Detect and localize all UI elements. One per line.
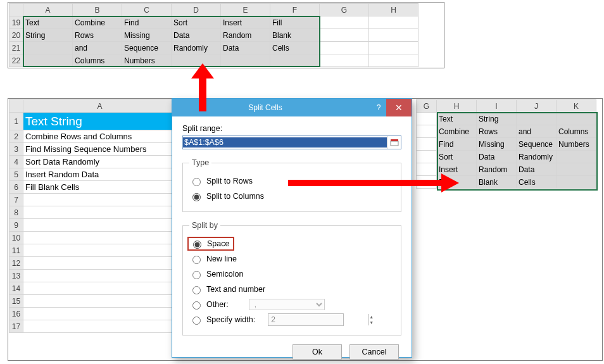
result-rows-grid[interactable]: ABCDEFGH19TextCombineFindSortInsertFill2…	[9, 3, 418, 67]
cell[interactable]	[23, 320, 177, 333]
cell[interactable]: Sort	[437, 151, 477, 163]
spin-down-icon[interactable]: ▼	[368, 320, 374, 325]
close-icon[interactable]: ✕	[386, 99, 412, 116]
cell[interactable]: Sequence	[517, 138, 557, 151]
cell[interactable]	[23, 308, 177, 320]
cell[interactable]: Sequence	[122, 42, 172, 54]
opt-semicolon[interactable]: Semicolon	[189, 268, 394, 280]
cell[interactable]	[557, 176, 596, 189]
row-header[interactable]: 21	[9, 42, 23, 54]
row-header[interactable]: 9	[9, 219, 23, 232]
radio-semicolon[interactable]	[192, 271, 201, 279]
cell[interactable]: Rows	[73, 29, 122, 42]
cell[interactable]: Blank	[477, 176, 517, 189]
cell[interactable]	[369, 42, 418, 54]
width-stepper[interactable]: ▲▼	[268, 313, 344, 326]
col-header[interactable]: A	[23, 100, 177, 113]
row-header[interactable]: 4	[9, 156, 23, 168]
dialog-titlebar[interactable]: Split Cells ? ✕	[172, 99, 412, 116]
row-header[interactable]: 13	[9, 270, 23, 282]
cell[interactable]: Data	[172, 29, 221, 42]
col-header[interactable]: E	[221, 4, 270, 16]
col-header[interactable]: J	[517, 100, 557, 113]
cell[interactable]	[369, 29, 418, 42]
row-header[interactable]: 6	[9, 181, 23, 194]
ok-button[interactable]: Ok	[293, 344, 342, 360]
cell[interactable]: Columns	[557, 125, 596, 138]
cell[interactable]	[320, 16, 369, 29]
help-icon[interactable]: ?	[371, 103, 386, 112]
source-grid[interactable]: A1Text String2Combine Rows and Columns3F…	[9, 99, 177, 333]
cell[interactable]: Fill	[437, 176, 477, 189]
cell[interactable]	[23, 219, 177, 232]
cell[interactable]	[369, 16, 418, 29]
col-header[interactable]: H	[437, 100, 477, 113]
opt-textnum[interactable]: Text and number	[189, 283, 394, 296]
cell[interactable]: Blank	[270, 29, 320, 42]
cell[interactable]: Random	[221, 29, 270, 42]
split-range-field[interactable]: $A$1:$A$6	[182, 135, 401, 149]
cell[interactable]: Cells	[270, 42, 320, 54]
row-header[interactable]: 8	[9, 206, 23, 219]
col-header[interactable]: I	[477, 100, 517, 113]
other-delim-input[interactable]: ,	[249, 299, 325, 310]
range-picker-icon[interactable]	[387, 136, 401, 149]
result-columns-grid[interactable]: GHIJKTextStringCombineRowsandColumnsFind…	[416, 99, 596, 189]
radio-split-cols[interactable]	[192, 193, 201, 201]
cell[interactable]	[417, 138, 437, 151]
cell[interactable]: Insert	[221, 16, 270, 29]
cell[interactable]: Insert	[437, 163, 477, 176]
cell[interactable]	[23, 257, 177, 270]
col-header[interactable]: G	[417, 100, 437, 113]
col-header[interactable]: K	[557, 100, 596, 113]
cell[interactable]: Missing	[477, 138, 517, 151]
cell[interactable]: Random	[477, 163, 517, 176]
cell[interactable]: Numbers	[122, 54, 172, 67]
opt-split-rows[interactable]: Split to Rows	[189, 175, 394, 187]
cell[interactable]: Rows	[477, 125, 517, 138]
cell[interactable]	[23, 244, 177, 257]
cell[interactable]	[23, 194, 177, 206]
cell[interactable]	[23, 42, 73, 54]
col-header[interactable]: A	[23, 4, 73, 16]
cell[interactable]: Combine Rows and Columns	[23, 130, 177, 143]
cell[interactable]: Find	[437, 138, 477, 151]
cell[interactable]: and	[517, 125, 557, 138]
cell[interactable]: Find	[122, 16, 172, 29]
row-header[interactable]: 3	[9, 143, 23, 156]
cell[interactable]: Data	[221, 42, 270, 54]
cell[interactable]	[320, 29, 369, 42]
cell[interactable]	[417, 125, 437, 138]
cell[interactable]: String	[23, 29, 73, 42]
row-header[interactable]: 1	[9, 113, 23, 130]
cell[interactable]	[23, 282, 177, 295]
row-header[interactable]: 14	[9, 282, 23, 295]
cell[interactable]	[23, 54, 73, 67]
row-header[interactable]: 19	[9, 16, 23, 29]
col-header[interactable]: F	[270, 4, 320, 16]
row-header[interactable]: 15	[9, 295, 23, 308]
cell[interactable]: Fill Blank Cells	[23, 181, 177, 194]
radio-textnum[interactable]	[192, 286, 201, 294]
cancel-button[interactable]: Cancel	[349, 344, 399, 360]
cell[interactable]: Data	[477, 151, 517, 163]
cell[interactable]	[417, 151, 437, 163]
cell[interactable]	[23, 295, 177, 308]
opt-other[interactable]: Other: ,	[189, 298, 394, 311]
cell[interactable]	[417, 163, 437, 176]
cell[interactable]	[417, 176, 437, 189]
radio-newline[interactable]	[192, 256, 201, 264]
cell[interactable]: Randomly	[517, 151, 557, 163]
cell[interactable]	[517, 113, 557, 125]
opt-split-cols[interactable]: Split to Columns	[189, 190, 394, 203]
cell[interactable]	[557, 163, 596, 176]
radio-split-rows[interactable]	[192, 178, 201, 186]
row-header[interactable]: 10	[9, 232, 23, 244]
opt-space[interactable]: Space	[189, 237, 394, 250]
source-header-cell[interactable]: Text String	[23, 113, 177, 130]
col-header[interactable]: B	[73, 4, 122, 16]
cell[interactable]	[320, 54, 369, 67]
col-header[interactable]: H	[369, 4, 418, 16]
cell[interactable]: and	[73, 42, 122, 54]
split-range-value[interactable]: $A$1:$A$6	[183, 137, 387, 147]
